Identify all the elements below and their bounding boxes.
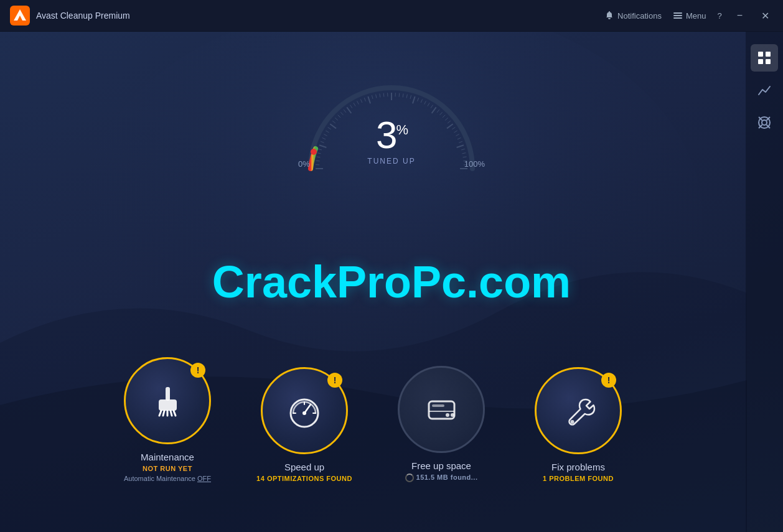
maintenance-circle: ! [124,357,211,444]
avast-logo-icon [10,6,30,26]
svg-line-28 [330,124,336,128]
svg-line-32 [340,112,343,114]
fixproblems-status: 1 PROBLEM FOUND [543,475,614,482]
speedup-status: 14 OPTIMIZATIONS FOUND [256,475,352,482]
svg-rect-3 [673,17,682,19]
svg-line-53 [418,98,419,101]
svg-line-51 [410,95,411,99]
support-button[interactable] [751,109,778,136]
svg-line-69 [459,141,462,142]
svg-line-55 [424,101,426,104]
svg-line-54 [421,100,422,103]
freespace-circle [398,366,485,453]
fixproblems-alert-badge: ! [601,373,616,388]
svg-line-39 [364,98,365,101]
svg-line-34 [347,107,351,113]
watermark-text: CrackProPc.com [212,256,571,307]
gauge-max-label: 100% [464,159,485,169]
svg-line-49 [403,94,403,98]
fixproblems-circle: ! [535,367,622,454]
svg-rect-7 [758,59,763,64]
maintenance-sub: Automatic Maintenance OFF [124,475,211,482]
speedup-circle: ! [261,367,348,454]
fixproblems-card[interactable]: ! Fix problems 1 PROBLEM FOUND [528,367,628,482]
svg-line-29 [332,121,335,123]
maintenance-toggle-link[interactable]: OFF [197,475,211,482]
app-title: Avast Cleanup Premium [36,11,130,21]
maintenance-status: NOT RUN YET [143,465,192,472]
speedup-card[interactable]: ! Speed up 14 OPTIMIZATIONS FOUND [255,367,354,482]
freespace-spinner [405,474,414,482]
freespace-title: Free up space [411,460,471,471]
svg-line-70 [457,145,464,147]
svg-line-21 [318,149,322,150]
svg-line-72 [462,153,466,154]
svg-line-57 [431,105,433,108]
gauge-section: 3% TUNED UP 0% 100% [261,57,522,181]
maintenance-card[interactable]: ! Maintenance NOT RUN YET Automatic Main… [118,357,217,482]
gauge-percent-value: 3% [367,116,415,154]
svg-line-68 [457,138,461,139]
svg-line-56 [428,103,429,106]
svg-line-24 [322,138,326,139]
gauge-value-display: 3% TUNED UP [367,116,415,166]
svg-line-25 [324,134,327,136]
gauge-min-label: 0% [298,159,310,169]
svg-line-52 [413,96,415,103]
speedup-icon [284,391,325,431]
close-button[interactable]: ✕ [757,10,773,22]
svg-rect-8 [766,59,771,64]
svg-line-22 [319,145,326,147]
svg-line-65 [452,128,455,129]
chart-view-button[interactable] [751,77,778,104]
titlebar-left: Avast Cleanup Premium [10,6,130,26]
svg-line-35 [350,105,352,108]
svg-line-63 [448,121,451,123]
svg-line-81 [163,411,164,416]
svg-line-73 [463,157,467,157]
maintenance-alert-badge: ! [190,363,205,378]
minimize-button[interactable]: − [733,10,746,21]
svg-line-60 [440,112,443,114]
svg-line-40 [368,96,370,103]
grid-view-button[interactable] [751,44,778,72]
svg-line-27 [328,128,331,129]
svg-line-67 [456,134,459,136]
titlebar-right: Notifications Menu ? − ✕ [604,10,773,22]
help-button[interactable]: ? [717,11,721,21]
titlebar: Avast Cleanup Premium Notifications Menu… [0,0,783,32]
svg-point-77 [311,149,317,155]
svg-line-48 [399,93,400,97]
svg-point-87 [302,411,306,415]
svg-line-64 [447,124,453,128]
menu-button[interactable]: Menu [673,11,706,21]
svg-rect-5 [758,52,763,57]
svg-point-94 [451,413,454,417]
svg-line-20 [317,153,321,154]
grid-icon [757,51,771,65]
svg-line-19 [317,157,321,157]
svg-line-50 [406,95,407,98]
svg-line-80 [159,411,161,416]
svg-line-23 [321,141,324,142]
notifications-button[interactable]: Notifications [604,11,662,21]
maintenance-title: Maintenance [141,452,194,462]
svg-line-42 [376,95,377,98]
svg-line-62 [445,118,448,120]
menu-icon [673,11,683,21]
chart-icon [757,83,771,97]
svg-line-33 [344,110,346,113]
svg-line-30 [335,118,337,120]
bell-icon [604,11,614,21]
svg-line-36 [354,103,355,106]
svg-line-41 [372,95,373,99]
svg-line-66 [454,131,457,133]
svg-point-96 [570,420,574,424]
svg-line-31 [338,115,340,118]
svg-line-38 [360,100,362,103]
maintenance-icon [148,381,188,421]
cards-section: ! Maintenance NOT RUN YET Automatic Main… [0,357,746,482]
svg-rect-79 [159,399,177,411]
svg-line-37 [357,101,359,104]
freespace-card[interactable]: Free up space 151.5 MB found... [392,366,491,482]
